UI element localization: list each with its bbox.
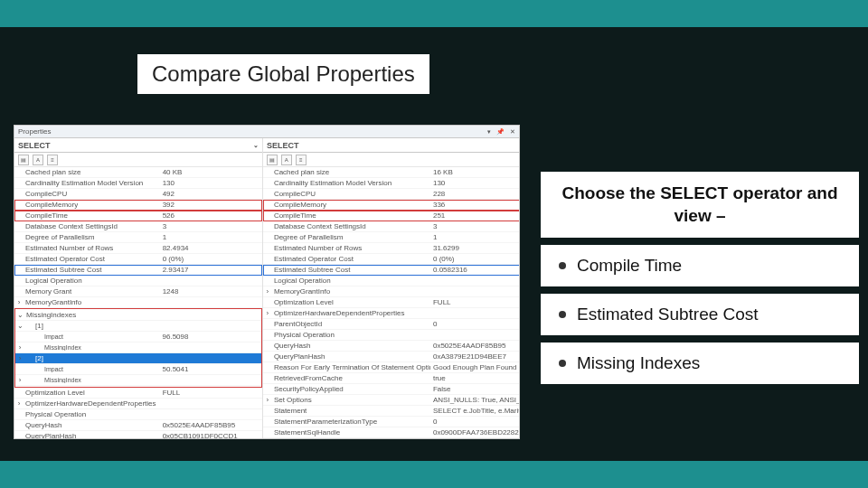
left-operator-selector[interactable]: SELECT ⌄ — [14, 138, 262, 153]
property-row[interactable]: QueryHash0x5025E4AADF85B95 — [14, 420, 262, 431]
alpha-icon[interactable]: A — [33, 155, 43, 165]
property-row[interactable]: Impact50.5041 — [15, 364, 261, 375]
expand-icon[interactable]: ⌄ — [15, 322, 24, 330]
property-key: CompileCPU — [272, 190, 430, 198]
property-value: 0xA3879E21D94BEE7 — [430, 352, 520, 361]
property-row[interactable]: ›Set OptionsANSI_NULLS: True, ANSI_PADDI… — [263, 395, 520, 406]
close-icon[interactable]: ✕ — [510, 128, 515, 135]
property-row[interactable]: QueryPlanHash0xA3879E21D94BEE7 — [263, 352, 520, 362]
header-accent-bar — [0, 0, 868, 27]
property-row[interactable]: Estimated Number of Rows82.4934 — [14, 243, 262, 254]
property-row[interactable]: CompileCPU492 — [14, 189, 262, 200]
property-row[interactable]: Logical Operation — [263, 276, 520, 286]
prop-icon[interactable]: ≡ — [47, 155, 58, 165]
property-row[interactable]: Cardinality Estimation Model Version130 — [263, 178, 520, 189]
property-key: Estimated Operator Cost — [272, 255, 430, 263]
property-row[interactable]: Degree of Parallelism1 — [14, 232, 262, 243]
categorize-icon[interactable]: ▤ — [267, 155, 278, 165]
property-row[interactable]: Database Context SettingsId3 — [14, 221, 262, 232]
property-value: 0x0900DFAA736EBD22826B1303592A784B100000… — [430, 428, 520, 436]
property-row[interactable]: Estimated Operator Cost0 (0%) — [263, 254, 520, 265]
property-row[interactable]: CompileCPU228 — [263, 189, 520, 200]
left-operator-label: SELECT — [18, 141, 51, 150]
panel-window-controls[interactable]: ▾ 📌 ✕ — [484, 127, 515, 136]
expand-icon[interactable]: › — [14, 298, 24, 306]
expand-icon[interactable]: › — [14, 399, 24, 408]
property-row[interactable]: ›[2] — [15, 353, 261, 364]
categorize-icon[interactable]: ▤ — [18, 155, 29, 165]
property-value: 1248 — [160, 287, 262, 296]
property-value: 50.5041 — [160, 365, 261, 373]
property-row[interactable]: StatementParameterizationType0 — [263, 417, 520, 427]
property-row[interactable]: StatementSELECT e.JobTitle, e.MaritalSta… — [263, 406, 520, 417]
property-row[interactable]: CompileMemory392 — [14, 200, 262, 211]
property-key: MemoryGrantInfo — [24, 298, 160, 306]
property-key: SecurityPolicyApplied — [272, 385, 430, 393]
property-row[interactable]: CompileMemory336 — [263, 200, 520, 211]
property-key: Degree of Parallelism — [272, 233, 430, 241]
right-operator-selector[interactable]: SELECT ⌄ — [263, 138, 520, 153]
property-row[interactable]: CompileTime251 — [263, 211, 520, 221]
property-row[interactable]: ›MemoryGrantInfo — [263, 286, 520, 297]
property-row[interactable]: StatementSqlHandle0x0900DFAA736EBD22826B… — [263, 427, 520, 438]
expand-icon[interactable]: › — [263, 287, 272, 296]
property-row[interactable]: ParentObjectId0 — [263, 319, 520, 330]
expand-icon[interactable]: › — [263, 309, 272, 317]
alpha-icon[interactable]: A — [281, 155, 292, 165]
property-value: 251 — [430, 211, 520, 220]
property-key: RetrievedFromCache — [272, 374, 430, 382]
property-key: StatementParameterizationType — [272, 418, 430, 426]
expand-icon[interactable]: ⌄ — [15, 311, 24, 319]
property-row[interactable]: ›OptimizerHardwareDependentProperties — [14, 399, 262, 409]
property-row[interactable]: ›OptimizerHardwareDependentProperties — [263, 308, 520, 319]
property-key: StatementSqlHandle — [272, 428, 430, 436]
property-row[interactable]: QueryPlanHash0x05CB1091DF0CCD1 — [14, 431, 262, 438]
property-row[interactable]: Reason For Early Termination Of Statemen… — [263, 362, 520, 373]
property-row[interactable]: ›MissingIndex — [15, 343, 261, 353]
property-row[interactable]: Degree of Parallelism1 — [263, 232, 520, 243]
property-row[interactable]: Cached plan size16 KB — [263, 167, 520, 178]
callout-label: Estimated Subtree Cost — [577, 305, 759, 324]
property-key: Impact — [24, 366, 160, 372]
property-row[interactable]: ›MissingIndex — [15, 375, 261, 386]
expand-icon[interactable]: › — [15, 354, 24, 362]
property-row[interactable]: Physical Operation — [14, 409, 262, 420]
property-row[interactable]: ⌄MissingIndexes — [15, 310, 261, 321]
property-row[interactable]: ⌄[1] — [15, 321, 261, 332]
expand-icon[interactable]: › — [263, 396, 272, 404]
property-row[interactable]: RetrievedFromCachetrue — [263, 373, 520, 384]
property-row[interactable]: Optimization LevelFULL — [263, 297, 520, 308]
property-row[interactable]: SecurityPolicyAppliedFalse — [263, 384, 520, 395]
property-row[interactable]: Cached plan size40 KB — [14, 167, 262, 178]
property-row[interactable]: Estimated Operator Cost0 (0%) — [14, 254, 262, 265]
property-key: Estimated Subtree Cost — [272, 266, 430, 274]
property-value: 0x05CB1091DF0CCD1 — [160, 432, 262, 438]
expand-icon[interactable]: › — [15, 376, 24, 384]
property-key: Cached plan size — [272, 168, 430, 176]
autohide-icon[interactable]: 📌 — [496, 128, 505, 135]
property-row[interactable]: Optimization LevelFULL — [14, 388, 262, 399]
property-value: 0.0582316 — [430, 266, 520, 274]
property-key: Physical Operation — [272, 331, 430, 339]
property-row[interactable]: Estimated Subtree Cost0.0582316 — [263, 265, 520, 276]
property-row[interactable]: Estimated Number of Rows31.6299 — [263, 243, 520, 254]
prop-icon[interactable]: ≡ — [296, 155, 307, 165]
property-row[interactable]: Memory Grant1248 — [14, 286, 262, 297]
pin-icon[interactable]: ▾ — [487, 128, 491, 135]
property-row[interactable]: CompileTime526 — [14, 211, 262, 221]
property-key: MemoryGrantInfo — [272, 287, 430, 296]
property-row[interactable]: ›MemoryGrantInfo — [14, 297, 262, 308]
property-row[interactable]: Cardinality Estimation Model Version130 — [14, 178, 262, 189]
property-key: CompileCPU — [24, 190, 160, 198]
property-row[interactable]: QueryHash0x5025E4AADF85B95 — [263, 341, 520, 352]
expand-icon[interactable]: › — [15, 343, 24, 352]
property-row[interactable]: Database Context SettingsId3 — [263, 221, 520, 232]
property-key: OptimizerHardwareDependentProperties — [24, 399, 160, 408]
property-row[interactable]: Logical Operation — [14, 276, 262, 286]
right-property-grid[interactable]: Cached plan size16 KBCardinality Estimat… — [263, 167, 520, 438]
property-row[interactable]: Impact96.5098 — [15, 332, 261, 343]
property-row[interactable]: Physical Operation — [263, 330, 520, 341]
left-property-grid[interactable]: Cached plan size40 KBCardinality Estimat… — [14, 167, 262, 438]
property-key: QueryPlanHash — [24, 432, 160, 438]
property-row[interactable]: Estimated Subtree Cost2.93417 — [14, 265, 262, 276]
